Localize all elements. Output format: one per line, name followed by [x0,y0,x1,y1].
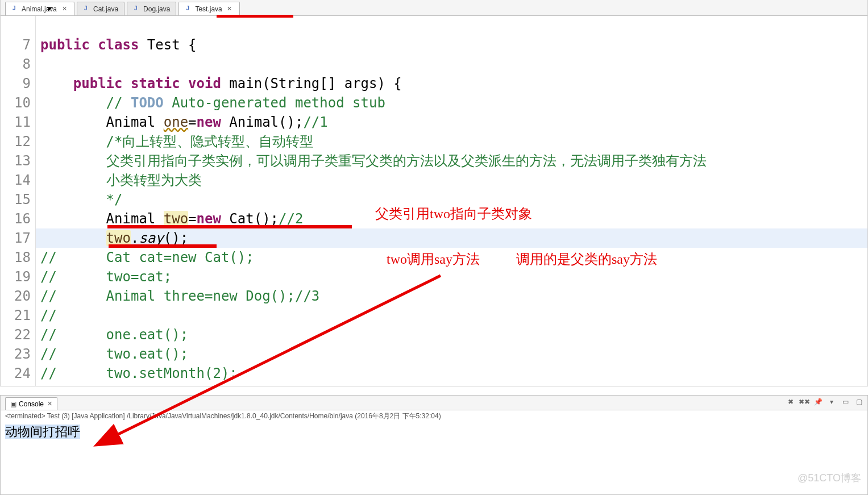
line-number: 10 [1,93,31,113]
kw-static: static [131,76,180,91]
annotation-2: two调用say方法 [387,250,480,268]
eq: = [188,211,196,227]
editor-tab-bar: Animal.java ✕ Cat.java Dog.java Test.jav… [1,0,867,16]
line-number: 18 [1,248,31,267]
red-underline-line16 [107,225,352,228]
kw-public: public [40,37,90,53]
console-icon: ▣ [10,400,16,408]
ctor-call: Animal(); [221,114,304,130]
line-number: 11 [1,113,31,132]
java-file-icon [11,5,19,13]
line-number: 22 [1,325,31,344]
commented-code: two.setMonth(2); [106,365,238,381]
line-number: 21 [1,306,31,325]
kw-public: public [73,76,123,91]
tab-dog[interactable]: Dog.java [127,2,176,15]
line-number: 24 [1,364,31,383]
comment-slash: // [40,307,57,323]
maximize-icon[interactable]: ▢ [854,397,864,407]
dot: . [131,230,139,246]
minimize-icon[interactable]: ▭ [840,397,850,407]
comment-text: Auto-generated method stub [164,95,385,111]
comment-prefix: // [106,95,131,111]
line-number: 13 [1,151,31,170]
var-two: two [164,211,188,227]
code-body[interactable]: 7 8 9 10 11 12 13 14 15 16 17 18 19 20 2… [1,16,867,386]
comment-slash: // [40,249,57,265]
watermark: @51CTO博客 [798,471,861,485]
line-number: 16 [1,209,31,228]
call-parens: (); [164,230,188,246]
type-animal: Animal [106,211,164,227]
line-number [1,16,31,35]
code-text[interactable]: public class Test { public static void m… [36,16,867,386]
block-comment: 父类引用指向子类实例，可以调用子类重写父类的方法以及父类派生的方法，无法调用子类… [106,153,707,169]
ctor-call: Cat(); [221,211,279,227]
pin-console-icon[interactable]: 📌 [813,397,823,407]
commented-code: one.eat(); [106,327,189,343]
java-file-icon [185,5,193,13]
tab-test[interactable]: Test.java ✕ [178,2,239,15]
java-file-icon [133,5,141,13]
eq: = [188,114,196,130]
brace: { [180,37,197,53]
line-number-gutter: 7 8 9 10 11 12 13 14 15 16 17 18 19 20 2… [1,16,36,386]
red-underline-line17 [109,244,217,248]
comment: //1 [303,114,327,130]
comment: //2 [279,211,303,227]
kw-new: new [197,211,221,227]
annotation-1: 父类引用two指向子类对象 [375,205,532,223]
tab-label: Animal.java [22,5,57,13]
remove-all-terminated-icon[interactable]: ✖✖ [799,397,809,407]
display-selected-console-icon[interactable]: ▾ [827,397,837,407]
kw-void: void [188,76,221,91]
close-icon[interactable]: ✕ [60,5,68,13]
var-one: one [164,114,188,130]
tab-label: Cat.java [93,5,118,13]
line-number: 20 [1,286,31,306]
commented-code: Cat cat=new Cat(); [106,249,254,265]
console-status: <terminated> Test (3) [Java Application]… [1,410,867,422]
tab-cat[interactable]: Cat.java [77,2,124,15]
line-number: 14 [1,170,31,190]
kw-new: new [197,114,221,130]
java-file-icon [83,5,91,13]
line-number: 17 [1,228,31,248]
console-output[interactable]: 动物间打招呼 [1,422,867,442]
tab-label: Test.java [195,5,222,13]
annotation-3: 调用的是父类的say方法 [516,250,657,268]
method-say: say [139,230,163,246]
commented-code: two=cat; [106,269,172,285]
todo-tag: TODO [131,95,164,111]
comment-slash: // [40,288,57,304]
commented-code: two.eat(); [106,346,189,362]
line-number: 7 [1,35,31,55]
close-icon[interactable]: ✕ [226,5,234,13]
tab-label: Console [19,400,44,408]
comment-slash: // [40,365,57,381]
remove-launch-icon[interactable]: ✖ [786,397,796,407]
commented-code: Animal three=new Dog();//3 [106,288,320,304]
close-icon[interactable]: ✕ [47,400,52,407]
tab-console[interactable]: ▣ Console ✕ [5,397,57,410]
block-comment: /*向上转型、隐式转型、自动转型 [106,134,314,149]
type-animal: Animal [106,114,164,130]
line-number: 8 [1,55,31,74]
block-comment-end: */ [106,192,123,207]
tab-label: Dog.java [143,5,170,13]
comment-slash: // [40,327,57,343]
line-number: 23 [1,344,31,364]
comment-slash: // [40,269,57,285]
kw-class: class [98,37,139,53]
line-number: 9 [1,74,31,93]
console-pane: ▣ Console ✕ ✖ ✖✖ 📌 ▾ ▭ ▢ <terminated> Te… [0,395,868,495]
comment-slash: // [40,346,57,362]
line-number: 12 [1,132,31,151]
editor-pane: Animal.java ✕ Cat.java Dog.java Test.jav… [0,0,868,386]
console-toolbar: ✖ ✖✖ 📌 ▾ ▭ ▢ [786,397,864,407]
var-two: two [106,230,131,246]
console-tab-bar: ▣ Console ✕ ✖ ✖✖ 📌 ▾ ▭ ▢ [1,396,867,410]
tab-animal[interactable]: Animal.java ✕ [5,2,74,15]
line-number: 19 [1,267,31,286]
block-comment: 小类转型为大类 [106,172,202,188]
